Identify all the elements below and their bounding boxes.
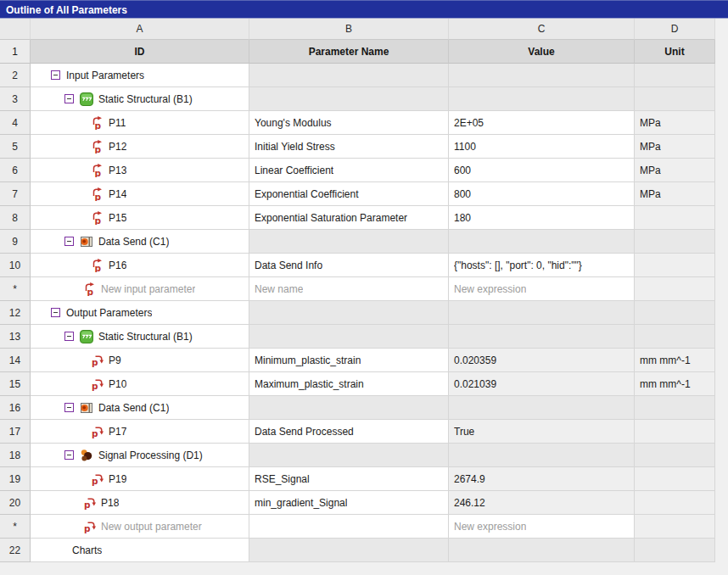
- param-value-cell[interactable]: 0.021039: [449, 372, 635, 396]
- empty-cell[interactable]: [249, 515, 449, 539]
- param-name-cell[interactable]: Linear Coefficient: [249, 159, 449, 182]
- new-param-value-cell[interactable]: New expression: [449, 277, 635, 301]
- param-name-cell[interactable]: Exponential Saturation Parameter: [249, 206, 449, 230]
- table-row: 14 p P9 Minimum_plastic_strain 0.020359 …: [0, 349, 728, 372]
- param-id-cell[interactable]: p P12: [31, 135, 249, 159]
- param-id-cell[interactable]: p P19: [31, 467, 249, 491]
- param-id: P12: [109, 141, 126, 153]
- param-unit-cell[interactable]: mm mm^-1: [635, 349, 715, 372]
- empty-cell: [635, 301, 715, 325]
- row-number[interactable]: 10: [0, 254, 31, 277]
- row-number[interactable]: 17: [0, 420, 31, 444]
- output-parameter-icon: p: [92, 472, 104, 486]
- empty-cell: [635, 87, 715, 111]
- row-number[interactable]: 1: [0, 40, 31, 64]
- new-param-id-cell[interactable]: p New output parameter: [31, 515, 249, 539]
- param-name-cell[interactable]: min_gradient_Signal: [249, 491, 449, 515]
- param-value-cell[interactable]: 1100: [449, 135, 635, 159]
- param-name-cell[interactable]: Data Send Info: [249, 254, 449, 277]
- param-value-cell[interactable]: 600: [449, 159, 635, 182]
- row-number[interactable]: 7: [0, 182, 31, 206]
- row-number[interactable]: *: [0, 277, 31, 301]
- param-value-cell[interactable]: 180: [449, 206, 635, 230]
- row-number[interactable]: 22: [0, 539, 31, 562]
- param-name-cell[interactable]: Young's Modulus: [249, 111, 449, 135]
- row-number[interactable]: 9: [0, 230, 31, 254]
- input-parameter-icon: p: [92, 164, 104, 177]
- param-value-cell[interactable]: 246.12: [449, 491, 635, 515]
- row-number[interactable]: 14: [0, 349, 31, 372]
- group-label: Data Send (C1): [98, 236, 169, 248]
- collapse-minus-icon[interactable]: [51, 70, 60, 80]
- row-number[interactable]: 20: [0, 491, 31, 515]
- param-value-cell[interactable]: True: [449, 420, 635, 444]
- param-unit-cell[interactable]: [635, 420, 715, 444]
- param-name-cell[interactable]: Exponential Coefficient: [249, 182, 449, 206]
- param-value-cell[interactable]: 2E+05: [449, 111, 635, 135]
- empty-cell: [449, 539, 635, 562]
- collapse-minus-icon[interactable]: [64, 403, 74, 412]
- row-number[interactable]: 2: [0, 64, 31, 87]
- row-number[interactable]: 12: [0, 301, 31, 325]
- param-name-cell[interactable]: Initial Yield Stress: [249, 135, 449, 159]
- charts-cell[interactable]: Charts: [31, 539, 249, 562]
- collapse-minus-icon[interactable]: [64, 450, 74, 460]
- param-id-cell[interactable]: p P18: [31, 491, 249, 515]
- new-param-value-cell[interactable]: New expression: [449, 515, 635, 539]
- group-cell-data-send[interactable]: Data Send (C1): [31, 230, 249, 254]
- row-number[interactable]: 3: [0, 87, 31, 111]
- param-unit-cell[interactable]: MPa: [635, 159, 715, 182]
- row-number[interactable]: 4: [0, 111, 31, 135]
- param-id-cell[interactable]: p P16: [31, 254, 249, 277]
- param-value-cell[interactable]: 2674.9: [449, 467, 635, 491]
- param-id-cell[interactable]: p P13: [31, 159, 249, 182]
- param-id: P13: [109, 165, 126, 176]
- param-unit-cell[interactable]: [635, 467, 715, 491]
- row-number[interactable]: 13: [0, 325, 31, 349]
- group-cell-output-parameters[interactable]: Output Parameters: [31, 301, 249, 325]
- row-number[interactable]: 19: [0, 467, 31, 491]
- row-number[interactable]: 8: [0, 206, 31, 230]
- param-value-cell[interactable]: {"hosts": [], "port": 0, "hid":""}: [449, 254, 635, 277]
- param-id-cell[interactable]: p P11: [31, 111, 249, 135]
- collapse-minus-icon[interactable]: [64, 332, 74, 341]
- row-number[interactable]: *: [0, 515, 31, 539]
- group-cell-static-structural[interactable]: Static Structural (B1): [31, 325, 249, 349]
- param-unit-cell[interactable]: [635, 206, 715, 230]
- row-number[interactable]: 15: [0, 372, 31, 396]
- empty-cell: [249, 539, 449, 562]
- param-value-cell[interactable]: 800: [449, 182, 635, 206]
- param-value: 1100: [454, 141, 476, 153]
- param-id-cell[interactable]: p P9: [31, 349, 249, 372]
- new-param-name-cell[interactable]: New name: [249, 277, 449, 301]
- group-cell-static-structural[interactable]: Static Structural (B1): [31, 87, 249, 111]
- group-cell-input-parameters[interactable]: Input Parameters: [31, 64, 249, 87]
- param-unit: MPa: [640, 165, 661, 176]
- param-id-cell[interactable]: p P10: [31, 372, 249, 396]
- row-number[interactable]: 16: [0, 396, 31, 420]
- row-number[interactable]: 18: [0, 444, 31, 467]
- collapse-minus-icon[interactable]: [64, 94, 74, 103]
- collapse-minus-icon[interactable]: [64, 237, 74, 246]
- collapse-minus-icon[interactable]: [51, 308, 60, 317]
- empty-cell: [449, 444, 635, 467]
- param-id-cell[interactable]: p P14: [31, 182, 249, 206]
- param-unit-cell[interactable]: MPa: [635, 135, 715, 159]
- param-value-cell[interactable]: 0.020359: [449, 349, 635, 372]
- new-param-id-cell[interactable]: p New input parameter: [31, 277, 249, 301]
- param-unit-cell[interactable]: MPa: [635, 111, 715, 135]
- param-unit-cell[interactable]: MPa: [635, 182, 715, 206]
- param-id-cell[interactable]: p P17: [31, 420, 249, 444]
- row-number[interactable]: 6: [0, 159, 31, 182]
- group-cell-data-send[interactable]: Data Send (C1): [31, 396, 249, 420]
- group-cell-signal-processing[interactable]: Signal Processing (D1): [31, 444, 249, 467]
- param-id-cell[interactable]: p P15: [31, 206, 249, 230]
- param-unit-cell[interactable]: [635, 254, 715, 277]
- param-name-cell[interactable]: RSE_Signal: [249, 467, 449, 491]
- row-number[interactable]: 5: [0, 135, 31, 159]
- param-name-cell[interactable]: Data Send Processed: [249, 420, 449, 444]
- param-name-cell[interactable]: Maximum_plastic_strain: [249, 372, 449, 396]
- param-unit-cell[interactable]: mm mm^-1: [635, 372, 715, 396]
- param-name-cell[interactable]: Minimum_plastic_strain: [249, 349, 449, 372]
- param-unit-cell[interactable]: [635, 491, 715, 515]
